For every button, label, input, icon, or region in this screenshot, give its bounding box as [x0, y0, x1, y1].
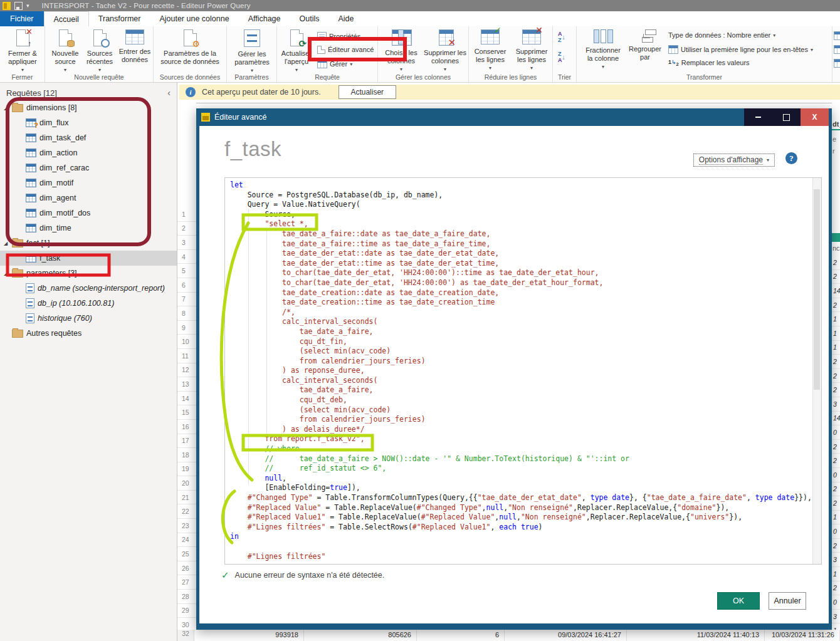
group-label: Requête: [277, 73, 377, 81]
new-source-button[interactable]: Nouvelle source▾: [49, 29, 81, 73]
group-by-button[interactable]: Regrouper par: [627, 29, 663, 61]
minimize-button[interactable]: [744, 108, 772, 126]
replace-values-button[interactable]: 1↳2 Remplacer les valeurs: [668, 59, 750, 67]
properties-icon: [317, 32, 327, 41]
expand-icon[interactable]: [16, 226, 23, 231]
bg-cell-value: 3: [832, 553, 840, 567]
bg-cell-value: 3: [832, 610, 840, 624]
use-first-row-headers-button[interactable]: Utiliser la première ligne pour les en-t…: [668, 45, 813, 54]
bg-cell-value: 0: [832, 425, 840, 440]
help-icon[interactable]: ?: [785, 152, 797, 164]
data-type-button[interactable]: Type de données : Nombre entier▾: [668, 31, 775, 39]
tab-ajouter-une-colonne[interactable]: Ajouter une colonne: [150, 11, 238, 26]
bg-cell-value: 0: [832, 595, 840, 610]
ribbon-tab-strip: Fichier Accueil Transformer Ajouter une …: [0, 11, 840, 26]
refresh-preview-button[interactable]: ⟳ Actualiser l'aperçu▾: [280, 29, 313, 73]
close-button[interactable]: X: [801, 108, 829, 126]
tree-folder[interactable]: ◢dimensions [8]: [0, 100, 177, 115]
tree-item-f_task[interactable]: f_task: [0, 251, 177, 266]
tree-item-dim_motif[interactable]: dim_motif: [0, 175, 177, 190]
tree-item-dim_flux[interactable]: ?dim_flux: [0, 115, 177, 130]
scrollbar-thumb[interactable]: [814, 189, 820, 390]
maximize-icon: [783, 114, 790, 121]
tab-fichier[interactable]: Fichier: [0, 11, 44, 26]
code-editor[interactable]: let Source = PostgreSQL.Database(db_ip, …: [224, 177, 822, 565]
save-icon[interactable]: [14, 2, 23, 10]
expand-icon[interactable]: [16, 211, 23, 216]
combine-files-icon[interactable]: [834, 59, 840, 68]
code-line: in: [230, 532, 813, 542]
group-label: Réduire les lignes: [469, 73, 552, 81]
choose-columns-button[interactable]: Choisir les colonnes▾: [381, 29, 422, 73]
expand-icon[interactable]: [3, 331, 9, 336]
tree-item-db_name[interactable]: db_name (socleng-intersport_report): [0, 281, 177, 296]
tree-item-dim_time[interactable]: dim_time: [0, 221, 177, 236]
sort-ascending-button[interactable]: AZ↓: [558, 31, 565, 44]
bg-cell-value: 2: [832, 482, 840, 497]
expand-icon[interactable]: [16, 150, 23, 156]
tree-folder[interactable]: Autres requêtes: [0, 326, 177, 341]
quick-access-caret-icon[interactable]: ▾: [26, 3, 29, 9]
expand-icon[interactable]: [16, 165, 23, 171]
ok-button[interactable]: OK: [717, 592, 760, 610]
sort-descending-button[interactable]: ZA↓: [558, 51, 565, 64]
expand-icon[interactable]: [16, 316, 23, 321]
code-line: #"Replaced Value" = Table.ReplaceValue(#…: [230, 503, 813, 513]
tab-transformer[interactable]: Transformer: [89, 11, 150, 26]
keep-rows-button[interactable]: ✓ Conserver les lignes▾: [470, 29, 510, 71]
advanced-editor-button[interactable]: Éditeur avancé: [317, 46, 374, 53]
table-header-icon: [668, 45, 678, 54]
tree-item-dim_agent[interactable]: dim_agent: [0, 190, 177, 206]
maximize-button[interactable]: [772, 108, 801, 126]
cancel-button[interactable]: Annuler: [769, 592, 806, 610]
remove-columns-button[interactable]: ✕ Supprimer les colonnes▾: [423, 29, 467, 73]
append-queries-icon[interactable]: [834, 45, 840, 54]
expand-icon[interactable]: [16, 195, 23, 201]
infobar-refresh-button[interactable]: Actualiser: [339, 85, 396, 99]
collapse-pane-icon[interactable]: ‹: [167, 88, 171, 98]
expand-icon[interactable]: [16, 135, 23, 141]
expand-icon[interactable]: [16, 301, 23, 306]
merge-queries-icon[interactable]: [834, 31, 840, 40]
expand-icon[interactable]: ◢: [3, 105, 9, 111]
remove-rows-button[interactable]: ✕ Supprimer les lignes▾: [512, 29, 552, 71]
tree-item-dim_ref_carac[interactable]: dim_ref_carac: [0, 160, 177, 175]
code-content[interactable]: let Source = PostgreSQL.Database(db_ip, …: [225, 178, 813, 564]
expand-icon[interactable]: [16, 120, 23, 126]
tree-item-db_ip[interactable]: db_ip (10.106.100.81): [0, 296, 177, 311]
tree-item-dim_task_def[interactable]: dim_task_def: [0, 130, 177, 145]
tab-affichage[interactable]: Affichage: [239, 11, 290, 26]
tree-folder[interactable]: ◢fact [1]: [0, 236, 177, 251]
expand-icon[interactable]: ◢: [3, 241, 9, 246]
data-source-settings-button[interactable]: ⚙ Paramètres de la source de données: [159, 29, 221, 65]
split-column-button[interactable]: Fractionner la colonne▾: [582, 29, 624, 70]
display-options-dropdown[interactable]: Options d'affichage ▾: [693, 154, 775, 167]
tree-item-dim_motif_dos[interactable]: dim_motif_dos: [0, 206, 177, 221]
bg-bottom-cell: 09/03/2024 16:41:27: [505, 630, 627, 641]
expand-icon[interactable]: [16, 180, 23, 186]
tab-outils[interactable]: Outils: [290, 11, 329, 26]
dialog-titlebar[interactable]: Éditeur avancé X: [199, 108, 829, 126]
properties-button[interactable]: Propriétés: [317, 32, 360, 41]
table-icon: [125, 29, 144, 44]
bg-cell-value: 2: [832, 440, 840, 454]
tree-folder[interactable]: ◢parameters [3]: [0, 266, 177, 281]
code-scrollbar[interactable]: [812, 178, 821, 564]
tree-item-historique[interactable]: historique (760): [0, 311, 177, 326]
tab-accueil[interactable]: Accueil: [44, 11, 89, 26]
tab-aide[interactable]: Aide: [328, 11, 363, 26]
recent-sources-button[interactable]: Sources récentes▾: [83, 29, 117, 73]
tree-item-label: historique (760): [38, 314, 92, 323]
expand-icon[interactable]: ◢: [3, 271, 9, 276]
manage-query-button[interactable]: Gérer▾: [317, 60, 352, 68]
tree-item-label: dim_flux: [39, 118, 69, 127]
dropdown-caret-icon: ▾: [64, 67, 66, 73]
tree-item-dim_action[interactable]: dim_action: [0, 145, 177, 160]
expand-icon[interactable]: [16, 256, 23, 261]
selected-column-icon: [398, 29, 404, 44]
expand-icon[interactable]: [16, 286, 23, 291]
enter-data-button[interactable]: Entrer des données: [118, 29, 152, 63]
parameter-icon: [26, 298, 34, 308]
close-and-apply-button[interactable]: ✕ ↑ Fermer & appliquer▾: [4, 29, 41, 73]
manage-parameters-button[interactable]: Gérer les paramètres▾: [232, 29, 272, 74]
